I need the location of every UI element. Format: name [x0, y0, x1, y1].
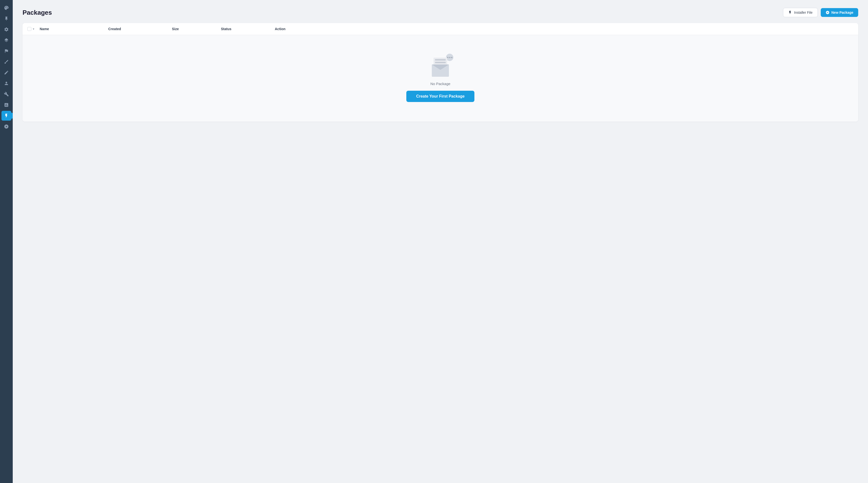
col-status: Status [221, 27, 275, 31]
no-package-text: No Package [430, 82, 451, 86]
page-title: Packages [23, 9, 52, 17]
select-all-checkbox[interactable] [27, 27, 31, 31]
sidebar-item-wrench[interactable] [1, 89, 11, 99]
bubble-dot-3 [451, 57, 453, 58]
chevron-down-icon[interactable]: ▾ [33, 27, 34, 31]
sidebar-item-layers[interactable] [1, 35, 11, 45]
sidebar-item-pin[interactable] [1, 14, 11, 24]
sidebar-item-settings[interactable] [1, 25, 11, 34]
sidebar-item-play[interactable] [1, 122, 11, 132]
col-status-label: Status [221, 27, 231, 31]
bubble-dot-1 [447, 57, 448, 58]
sidebar-item-lightning[interactable] [1, 111, 11, 121]
col-created-label: Created [108, 27, 121, 31]
col-action-label: Action [275, 27, 286, 31]
empty-state: No Package Create Your First Package [23, 35, 858, 122]
col-created: Created [108, 27, 172, 31]
installer-file-button[interactable]: Installer File [783, 8, 817, 17]
table-header: ▾ Name Created Size Status Action [23, 23, 858, 35]
sidebar-item-brush[interactable] [1, 57, 11, 67]
create-first-package-button[interactable]: Create Your First Package [406, 91, 474, 102]
empty-envelope [432, 64, 449, 77]
new-package-button[interactable]: New Package [821, 8, 859, 17]
plus-circle-icon [826, 10, 830, 15]
paper-line-1 [435, 59, 446, 61]
col-size: Size [172, 27, 221, 31]
sidebar-item-edit[interactable] [1, 68, 11, 78]
bubble-dot-2 [449, 57, 451, 58]
sidebar-item-chart[interactable] [1, 100, 11, 110]
select-all-cell: ▾ [27, 27, 40, 31]
lightning-small-icon [788, 10, 792, 15]
installer-button-label: Installer File [794, 10, 812, 15]
envelope-body [432, 64, 449, 77]
header-actions: Installer File New Package [783, 8, 858, 17]
sidebar-item-flag[interactable] [1, 46, 11, 56]
col-name: Name [40, 27, 108, 31]
new-package-button-label: New Package [832, 10, 854, 15]
envelope-flap [432, 64, 449, 70]
page-header: Packages Installer File New Package [23, 8, 858, 17]
sidebar [0, 0, 13, 483]
col-name-label: Name [40, 27, 49, 31]
paper-line-2 [435, 62, 446, 63]
packages-table: ▾ Name Created Size Status Action [23, 23, 858, 122]
col-action: Action [275, 27, 853, 31]
sidebar-item-palette[interactable] [1, 3, 11, 13]
col-size-label: Size [172, 27, 179, 31]
empty-illustration [429, 55, 452, 77]
main-content: Packages Installer File New Package ▾ Na… [13, 0, 868, 483]
sidebar-item-user[interactable] [1, 79, 11, 88]
